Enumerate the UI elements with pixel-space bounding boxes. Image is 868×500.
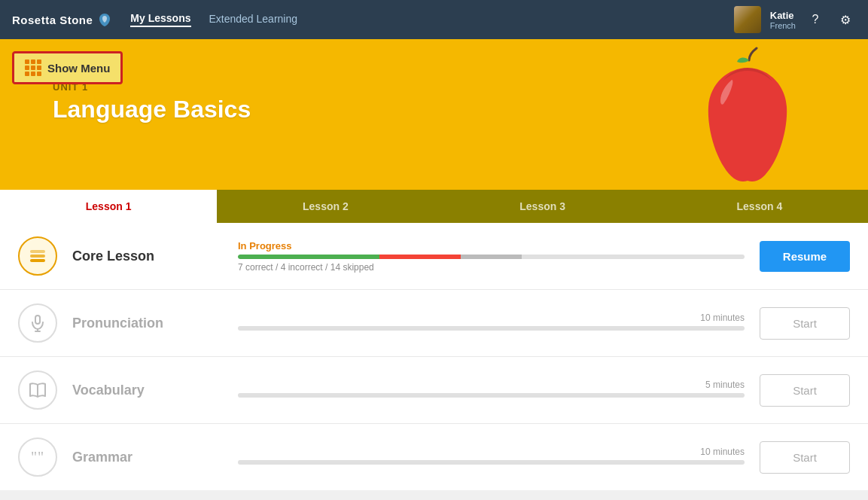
- logo: Rosetta Stone: [12, 12, 112, 27]
- core-lesson-progress: In Progress 7 correct / 4 incorrect / 14…: [238, 240, 745, 273]
- user-name: Katie: [770, 10, 796, 21]
- core-lesson-icon: [18, 236, 57, 276]
- svg-text:": ": [31, 449, 37, 465]
- pronunciation-action: Start: [760, 307, 850, 340]
- progress-incorrect: [379, 255, 461, 259]
- hero-title: Language Basics: [53, 96, 251, 123]
- help-button[interactable]: ?: [805, 9, 826, 30]
- avatar: [734, 6, 761, 33]
- core-lesson-info: Core Lesson: [72, 248, 223, 264]
- vocabulary-start-button[interactable]: Start: [760, 374, 850, 407]
- tab-lesson4-label: Lesson 4: [737, 200, 783, 212]
- grammar-action: Start: [760, 441, 850, 474]
- grammar-start-button[interactable]: Start: [760, 441, 850, 474]
- grammar-time: 10 minutes: [238, 447, 745, 457]
- top-navigation: Rosetta Stone My Lessons Extended Learni…: [0, 0, 868, 39]
- lesson-row-grammar: " " Grammar 10 minutes Start: [0, 424, 868, 490]
- pronunciation-info: Pronunciation: [72, 316, 223, 331]
- tab-lesson1[interactable]: Lesson 1: [0, 190, 217, 223]
- nav-my-lessons[interactable]: My Lessons: [130, 12, 190, 27]
- vocabulary-time: 5 minutes: [238, 380, 745, 390]
- svg-rect-0: [30, 259, 45, 262]
- vocabulary-progress: 5 minutes: [238, 380, 745, 401]
- hero-banner: Show Menu UNIT 1 Language Basics: [0, 39, 868, 190]
- vocabulary-progress-bar: [238, 393, 745, 398]
- tab-lesson3[interactable]: Lesson 3: [434, 190, 651, 223]
- progress-skipped: [461, 255, 522, 259]
- core-lesson-action: Resume: [760, 241, 850, 272]
- avatar-image: [734, 6, 761, 33]
- lesson-tabs: Lesson 1 Lesson 2 Lesson 3 Lesson 4: [0, 190, 868, 223]
- hero-text: UNIT 1 Language Basics: [53, 81, 251, 123]
- grammar-progress-bar: [238, 460, 745, 465]
- svg-rect-2: [30, 250, 45, 253]
- grid-icon: [25, 59, 41, 76]
- logo-text: Rosetta Stone: [12, 14, 93, 26]
- svg-rect-1: [30, 255, 45, 258]
- core-lesson-stats: 7 correct / 4 incorrect / 14 skipped: [238, 262, 745, 273]
- pronunciation-progress-bar: [238, 326, 745, 331]
- nav-links: My Lessons Extended Learning: [130, 12, 733, 27]
- grammar-progress: 10 minutes: [238, 447, 745, 468]
- topnav-right: Katie French ? ⚙: [734, 6, 856, 33]
- vocabulary-action: Start: [760, 374, 850, 407]
- pronunciation-icon: [18, 303, 57, 343]
- lesson-row-vocabulary: Vocabulary 5 minutes Start: [0, 357, 868, 424]
- pronunciation-time: 10 minutes: [238, 312, 745, 323]
- svg-text:": ": [38, 449, 44, 465]
- pronunciation-name: Pronunciation: [72, 316, 163, 331]
- user-info: Katie French: [770, 10, 796, 30]
- svg-rect-3: [35, 316, 40, 324]
- tab-lesson3-label: Lesson 3: [519, 200, 565, 212]
- grammar-icon: " ": [18, 438, 57, 477]
- pronunciation-progress: 10 minutes: [238, 312, 745, 334]
- settings-button[interactable]: ⚙: [835, 9, 856, 30]
- show-menu-button[interactable]: Show Menu: [12, 51, 123, 84]
- logo-icon: [97, 12, 112, 27]
- apple-svg: [687, 47, 808, 190]
- tab-lesson2-label: Lesson 2: [303, 200, 349, 212]
- nav-extended-learning[interactable]: Extended Learning: [209, 13, 298, 26]
- tab-lesson2[interactable]: Lesson 2: [217, 190, 434, 223]
- grammar-name: Grammar: [72, 450, 132, 465]
- lesson-row-pronunciation: Pronunciation 10 minutes Start: [0, 290, 868, 357]
- vocabulary-name: Vocabulary: [72, 383, 145, 398]
- vocabulary-info: Vocabulary: [72, 383, 223, 398]
- resume-button[interactable]: Resume: [760, 241, 850, 272]
- lesson-row-core: Core Lesson In Progress 7 correct / 4 in…: [0, 223, 868, 290]
- core-lesson-status: In Progress: [238, 240, 745, 252]
- tab-lesson1-label: Lesson 1: [86, 200, 132, 212]
- tab-lesson4[interactable]: Lesson 4: [651, 190, 868, 223]
- user-language: French: [770, 21, 796, 30]
- hero-apple: [687, 47, 808, 190]
- content-area: Core Lesson In Progress 7 correct / 4 in…: [0, 223, 868, 490]
- pronunciation-start-button[interactable]: Start: [760, 307, 850, 340]
- grammar-info: Grammar: [72, 450, 223, 465]
- core-lesson-name: Core Lesson: [72, 248, 154, 264]
- core-lesson-progress-bar: [238, 255, 745, 259]
- vocabulary-icon: [18, 370, 57, 410]
- progress-correct: [238, 255, 379, 259]
- show-menu-label: Show Menu: [47, 62, 110, 75]
